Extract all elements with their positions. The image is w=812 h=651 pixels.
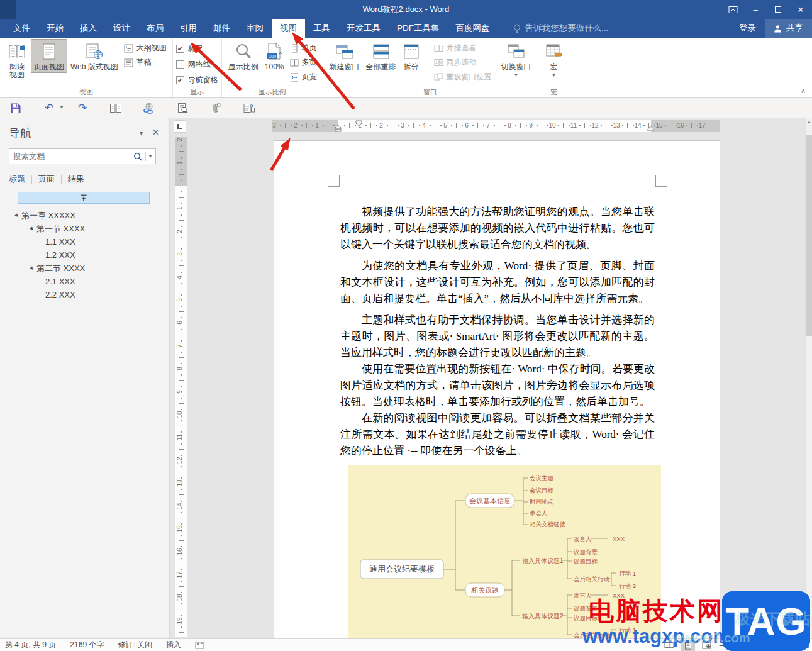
search-dropdown-icon[interactable]: ▾ — [149, 155, 152, 159]
track-changes-status[interactable]: 修订: 关闭 — [118, 640, 152, 650]
tab-tools[interactable]: 工具 — [305, 19, 338, 38]
document-page[interactable]: 视频提供了功能强大的方法帮助您证明您的观点。当您单击联机视频时，可以在想要添加的… — [274, 140, 720, 638]
hyperlink-button[interactable] — [141, 101, 157, 116]
word-count[interactable]: 2169 个字 — [70, 640, 104, 650]
search-icon[interactable] — [133, 152, 142, 161]
tab-review[interactable]: 审阅 — [238, 19, 272, 38]
print-preview-button[interactable] — [174, 101, 191, 116]
nav-item-1-1[interactable]: 1.1 XXX — [0, 235, 169, 248]
scrollbar-thumb[interactable] — [806, 135, 812, 336]
ribbon-display-icon — [728, 6, 738, 14]
tab-layout[interactable]: 布局 — [138, 19, 172, 38]
zoom-button[interactable]: 显示比例 — [225, 39, 262, 73]
tab-baidu-netdisk[interactable]: 百度网盘 — [448, 19, 498, 38]
mindmap-topic-label: 输入具体议题1 — [522, 557, 564, 564]
maximize-button[interactable] — [767, 0, 789, 19]
tab-references[interactable]: 引用 — [172, 19, 205, 38]
vertical-scrollbar[interactable]: ▲ — [805, 118, 812, 638]
multi-page-button[interactable]: 多页 — [287, 57, 320, 68]
insert-mode-status[interactable]: 插入 — [166, 640, 181, 650]
ruler-checkbox[interactable]: ✔ 标尺 — [176, 43, 218, 54]
read-mode-button[interactable]: 阅读视图 — [3, 39, 31, 81]
expand-icon[interactable]: ▶ — [12, 211, 22, 221]
sign-in-button[interactable]: 登录 — [730, 19, 765, 38]
tab-insert[interactable]: 插入 — [72, 19, 105, 38]
share-button[interactable]: 共享 — [765, 19, 812, 38]
nav-tab-pages[interactable]: 页面 — [32, 174, 61, 185]
nav-item-1-2[interactable]: 1.2 XXX — [0, 248, 169, 262]
text-boundary-mark — [655, 186, 667, 187]
zoom-100-label: 100% — [265, 63, 284, 71]
collapse-ribbon-button[interactable]: ∧ — [801, 87, 806, 95]
mindmap-leaf-label: 相关文档链接 — [530, 521, 566, 528]
navigation-pane-title: 导航 — [9, 126, 31, 141]
outline-view-button[interactable]: 大纲视图 — [121, 43, 169, 53]
macros-button[interactable]: 宏 ▾ — [542, 39, 567, 79]
mindmap-leaf-label: XXX — [613, 535, 625, 542]
navigation-pane-dropdown-icon[interactable]: ▾ — [140, 130, 143, 136]
zoom-100-button[interactable]: 100 100% — [262, 39, 287, 73]
tab-mailings[interactable]: 邮件 — [205, 19, 238, 38]
tab-file[interactable]: 文件 — [5, 19, 38, 38]
search-input[interactable] — [9, 152, 133, 161]
minimize-button[interactable]: – — [744, 0, 767, 19]
expand-icon[interactable]: ▶ — [27, 224, 37, 234]
navpane-checkbox[interactable]: ✔ 导航窗格 — [176, 75, 218, 86]
macros-dropdown-icon: ▾ — [552, 74, 555, 77]
left-indent-marker[interactable] — [335, 125, 342, 132]
undo-button[interactable]: ↶ ▾ — [41, 101, 57, 116]
nav-tab-results[interactable]: 结果 — [62, 174, 91, 185]
send-document-button[interactable] — [241, 101, 257, 116]
tab-pdf-tools[interactable]: PDF工具集 — [389, 19, 448, 38]
page-width-button[interactable]: 页宽 — [287, 72, 320, 82]
new-window-button[interactable]: 新建窗口 — [326, 39, 363, 73]
side-by-side-button[interactable]: 并排查看 — [431, 43, 494, 53]
redo-button[interactable]: ↷ — [74, 101, 91, 116]
search-box[interactable]: ▾ — [9, 148, 156, 164]
zoom-magnifier-icon — [235, 43, 252, 60]
gridlines-checkbox[interactable]: 网格线 — [176, 59, 218, 70]
nav-item-2-1[interactable]: 2.1 XXX — [0, 275, 169, 288]
first-line-indent-marker[interactable] — [355, 120, 362, 126]
keyboard-status-icon[interactable] — [195, 642, 204, 649]
two-pages-view-button[interactable] — [108, 101, 124, 116]
one-page-label: 单页 — [302, 43, 317, 53]
print-layout-button[interactable]: 页面视图 — [31, 39, 67, 73]
navigation-pane-close-icon[interactable]: ✕ — [152, 128, 159, 137]
one-page-button[interactable]: 单页 — [287, 43, 320, 53]
right-indent-marker[interactable] — [647, 126, 654, 131]
page-indicator[interactable]: 第 4 页, 共 9 页 — [5, 640, 56, 650]
nav-item-2-2[interactable]: 2.2 XXX — [0, 288, 169, 301]
save-icon — [10, 103, 21, 114]
switch-windows-button[interactable]: 切换窗口 ▾ — [498, 39, 535, 79]
arrange-all-button[interactable]: 全部重排 — [363, 39, 399, 73]
tab-developer[interactable]: 开发工具 — [338, 19, 389, 38]
tab-home[interactable]: 开始 — [38, 19, 72, 38]
nav-item-chapter1[interactable]: ▶第一章 XXXXX — [0, 209, 169, 222]
web-layout-button[interactable]: Web 版式视图 — [67, 39, 121, 73]
nav-tab-headings[interactable]: 标题 — [9, 174, 31, 185]
tab-design[interactable]: 设计 — [105, 19, 138, 38]
document-text[interactable]: 视频提供了功能强大的方法帮助您证明您的观点。当您单击联机视频时，可以在想要添加的… — [340, 204, 655, 459]
tab-stop-selector[interactable] — [174, 120, 186, 133]
save-button[interactable] — [8, 101, 24, 116]
attachment-button[interactable] — [208, 101, 224, 116]
nav-item-section2[interactable]: ▶第二节 XXXX — [0, 262, 169, 275]
paragraph: 为使您的文档具有专业外观，Word· 提供了页眉、页脚、封面和文本框设计，这些设… — [340, 258, 655, 307]
sync-scroll-button[interactable]: 同步滚动 — [431, 57, 494, 68]
tell-me-box[interactable]: 告诉我您想要做什么... — [513, 19, 609, 38]
close-button[interactable]: ✕ — [789, 0, 812, 19]
expand-icon[interactable]: ▶ — [27, 264, 37, 274]
tab-stop-icon — [177, 124, 182, 129]
draft-view-button[interactable]: 草稿 — [121, 57, 169, 68]
new-window-icon — [335, 43, 354, 60]
tab-view[interactable]: 视图 — [272, 19, 305, 38]
reset-window-button[interactable]: 重设窗口位置 — [431, 72, 494, 82]
paperclip-icon — [210, 103, 221, 114]
ribbon-display-options-button[interactable] — [721, 0, 744, 19]
nav-selected-heading[interactable] — [18, 192, 150, 204]
nav-item-section1[interactable]: ▶第一节 XXXX — [0, 222, 169, 235]
split-button[interactable]: 拆分 — [399, 39, 423, 73]
scroll-up-icon[interactable]: ▲ — [806, 120, 812, 124]
arrange-all-icon — [372, 43, 391, 60]
